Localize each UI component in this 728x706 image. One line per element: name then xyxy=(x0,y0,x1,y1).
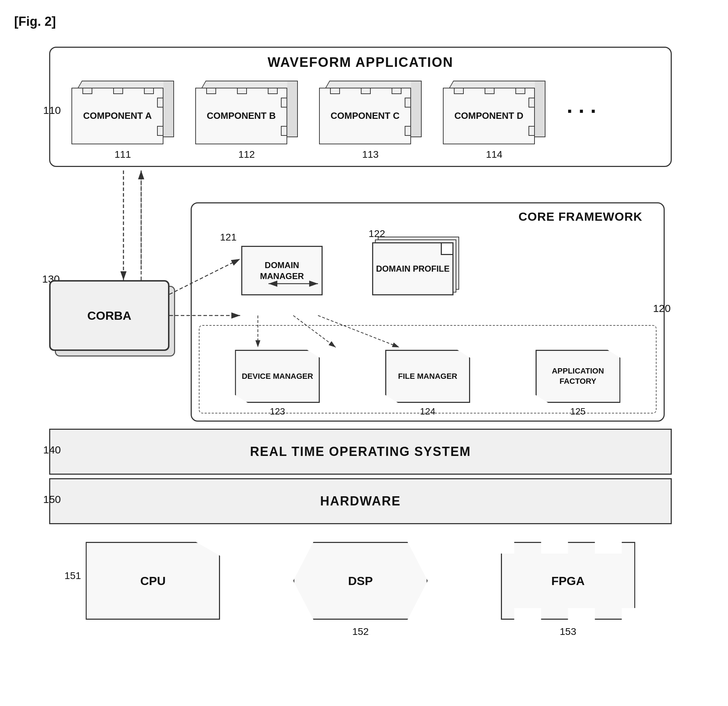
comp-b-side xyxy=(287,81,298,137)
dsp-shape: DSP xyxy=(293,542,428,620)
nub-right xyxy=(405,126,411,136)
hw-chips-row: 151 CPU DSP 152 FPGA 153 xyxy=(49,528,672,634)
label-124: 124 xyxy=(420,406,435,417)
component-d: COMPONENT D 114 xyxy=(443,74,546,144)
rtos-number: 140 xyxy=(43,444,61,456)
label-110: 110 xyxy=(43,104,61,116)
label-122: 122 xyxy=(368,228,385,240)
fpga-container: FPGA 153 xyxy=(501,542,635,620)
nub-right xyxy=(281,98,287,108)
nub-right xyxy=(281,126,287,136)
domain-manager-box: DOMAIN MANAGER xyxy=(241,246,323,295)
comp-c-front: COMPONENT C xyxy=(319,88,411,144)
cpu-label: CPU xyxy=(140,574,166,588)
corba-label: CORBA xyxy=(87,309,131,323)
components-row: COMPONENT A 111 xyxy=(57,74,664,144)
device-manager-box: DEVICE MANAGER xyxy=(235,350,320,403)
cpu-container: 151 CPU xyxy=(85,542,220,620)
dsp-container: DSP 152 xyxy=(293,542,428,620)
fpga-shape: FPGA xyxy=(501,542,635,620)
comp-a-number: 111 xyxy=(115,149,131,160)
nub-right xyxy=(529,126,535,136)
nub xyxy=(361,88,371,94)
comp-d-nubs-right xyxy=(529,88,535,145)
component-a: COMPONENT A 111 xyxy=(71,74,174,144)
comp-b-nubs-right xyxy=(281,88,287,145)
comp-a-nubs-top xyxy=(72,88,164,94)
nub xyxy=(391,88,402,94)
comp-a-nubs-right xyxy=(157,88,163,145)
comp-c-number: 113 xyxy=(362,149,379,160)
figure-label: [Fig. 2] xyxy=(14,14,714,29)
app-factory-container: APPLICATION FACTORY 125 xyxy=(536,350,620,403)
more-components-dots: · · · xyxy=(567,99,596,144)
comp-b-front: COMPONENT B xyxy=(195,88,287,144)
nub-right xyxy=(157,126,163,136)
dsp-label: DSP xyxy=(348,574,373,588)
nub xyxy=(330,88,340,94)
hardware-layer: 150 HARDWARE xyxy=(49,478,672,524)
comp-d-front: COMPONENT D xyxy=(443,88,535,144)
nub xyxy=(206,88,216,94)
label-125: 125 xyxy=(570,406,585,417)
nub xyxy=(237,88,247,94)
file-manager-container: FILE MANAGER 124 xyxy=(385,350,470,403)
comp-c-nubs-top xyxy=(320,88,412,94)
nub xyxy=(454,88,464,94)
comp-c-nubs-right xyxy=(405,88,411,145)
nub xyxy=(485,88,494,94)
nub xyxy=(82,88,92,94)
file-manager-box: FILE MANAGER xyxy=(385,350,470,403)
core-framework-box: CORE FRAMEWORK 120 121 DOMAIN MANAGER 12… xyxy=(191,202,665,422)
comp-b-nubs-top xyxy=(196,88,288,94)
hardware-label: HARDWARE xyxy=(320,494,401,509)
comp-a-front: COMPONENT A xyxy=(71,88,163,144)
domain-profile-box: DOMAIN PROFILE xyxy=(372,242,454,295)
waveform-title: WAVEFORM APPLICATION xyxy=(57,55,664,70)
nub-right xyxy=(405,98,411,108)
label-123: 123 xyxy=(270,406,285,417)
comp-c-label: COMPONENT C xyxy=(331,110,400,121)
dp-inner: DOMAIN PROFILE xyxy=(372,242,454,295)
diagram-container: WAVEFORM APPLICATION COMPONENT A xyxy=(28,40,700,705)
nub xyxy=(144,88,154,94)
device-manager-label: DEVICE MANAGER xyxy=(241,371,313,382)
comp-d-side xyxy=(535,81,546,137)
comp-d-nubs-top xyxy=(443,88,536,94)
nub xyxy=(113,88,123,94)
dsp-number: 152 xyxy=(352,626,369,637)
cpu-number: 151 xyxy=(64,570,81,582)
hw-number: 150 xyxy=(43,494,61,505)
app-factory-box: APPLICATION FACTORY xyxy=(536,350,620,403)
file-manager-label: FILE MANAGER xyxy=(398,371,457,382)
rtos-layer: 140 REAL TIME OPERATING SYSTEM xyxy=(49,429,672,475)
fpga-number: 153 xyxy=(560,626,576,637)
device-manager-container: DEVICE MANAGER 123 xyxy=(235,350,320,403)
rtos-label: REAL TIME OPERATING SYSTEM xyxy=(250,444,471,459)
nub-right xyxy=(529,98,535,108)
lower-boxes-row: DEVICE MANAGER 123 FILE MANAGER 124 APPL… xyxy=(192,332,664,420)
comp-d-number: 114 xyxy=(486,149,503,160)
comp-a-label: COMPONENT A xyxy=(83,110,152,121)
nub-right xyxy=(157,98,163,108)
label-121: 121 xyxy=(220,232,237,243)
component-b: COMPONENT B 112 xyxy=(195,74,298,144)
domain-manager-label: DOMAIN MANAGER xyxy=(242,260,322,282)
comp-a-side xyxy=(163,81,174,137)
cf-title: CORE FRAMEWORK xyxy=(519,210,643,224)
nub xyxy=(516,88,525,94)
waveform-application-box: WAVEFORM APPLICATION COMPONENT A xyxy=(49,47,672,167)
comp-c-side xyxy=(411,81,422,137)
fpga-label: FPGA xyxy=(551,574,584,588)
cf-label-120: 120 xyxy=(653,302,671,315)
comp-b-number: 112 xyxy=(238,149,255,160)
corba-box: CORBA xyxy=(49,280,169,351)
nub xyxy=(268,88,278,94)
component-c: COMPONENT C 113 xyxy=(319,74,422,144)
domain-profile-label: DOMAIN PROFILE xyxy=(376,263,449,274)
comp-d-label: COMPONENT D xyxy=(455,110,524,121)
cpu-shape: CPU xyxy=(85,542,220,620)
app-factory-label: APPLICATION FACTORY xyxy=(537,366,620,386)
comp-b-label: COMPONENT B xyxy=(207,110,276,121)
